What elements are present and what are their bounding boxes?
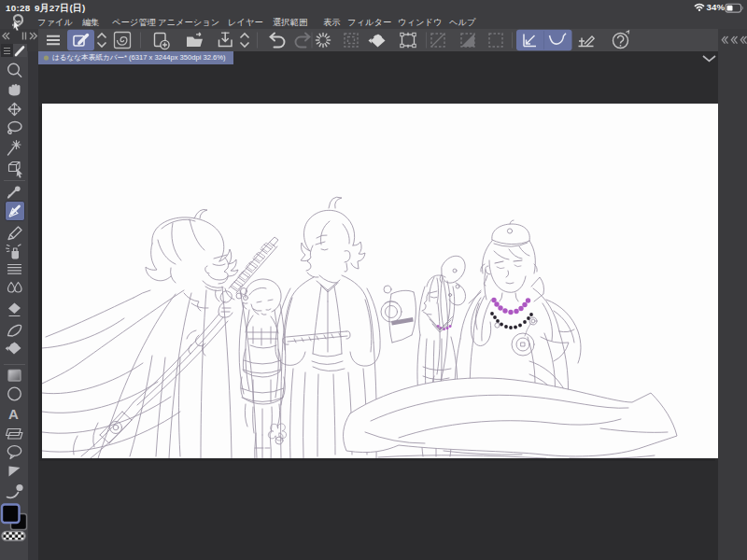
svg-text:A: A — [8, 406, 19, 422]
svg-text:34%: 34% — [707, 2, 726, 12]
